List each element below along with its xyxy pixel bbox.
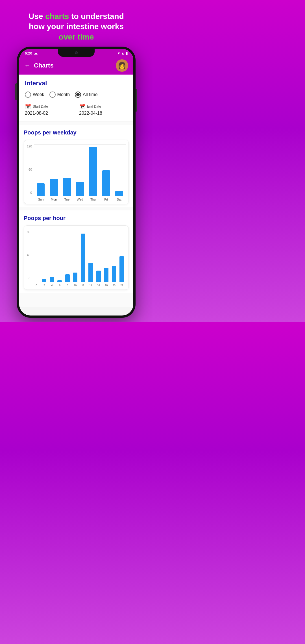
end-date-label: 📅 End Date bbox=[79, 103, 128, 110]
bar-col-hour-6 bbox=[57, 230, 62, 282]
x-label-mon: Mon bbox=[50, 198, 58, 201]
end-date-value[interactable]: 2022-04-18 bbox=[79, 111, 128, 117]
hour-y-label-0: 0 bbox=[29, 277, 30, 280]
content-area: Interval Week Month All time bbox=[19, 75, 133, 307]
bar-col-mon bbox=[50, 145, 58, 196]
start-date-picker[interactable]: 📅 Start Date 2021-08-02 bbox=[25, 103, 73, 117]
time-display: 6:20 bbox=[25, 51, 32, 55]
bar-thu bbox=[89, 147, 97, 196]
bar-col-hour-20 bbox=[112, 230, 116, 282]
x-label-sun: Sun bbox=[37, 198, 45, 201]
bar-col-sat bbox=[115, 145, 123, 196]
bar-col-fri bbox=[102, 145, 110, 196]
bar-col-hour-14 bbox=[88, 230, 93, 282]
battery-icon: ▮ bbox=[126, 51, 128, 55]
x-label-hour-6: 6 bbox=[57, 284, 62, 287]
bar-col-thu bbox=[89, 145, 97, 196]
status-bar-left: 6:20 ☁ bbox=[25, 51, 38, 55]
end-calendar-icon: 📅 bbox=[79, 103, 85, 110]
bar-col-hour-22 bbox=[119, 230, 124, 282]
alltime-radio-item[interactable]: All time bbox=[75, 92, 97, 98]
end-date-picker[interactable]: 📅 End Date 2022-04-18 bbox=[79, 103, 128, 117]
weekday-chart-container: 120 60 0 bbox=[24, 140, 129, 204]
x-label-sat: Sat bbox=[115, 198, 123, 201]
app-bar-left: ← Charts bbox=[24, 62, 54, 69]
bar-hour-6 bbox=[57, 280, 62, 282]
bar-fri bbox=[102, 170, 110, 196]
x-label-hour-2: 2 bbox=[42, 284, 46, 287]
hour-bars-area: 0246810121416182022 bbox=[32, 230, 126, 287]
weekday-bars-area: SunMonTueWedThuFriSat bbox=[34, 145, 126, 201]
front-camera bbox=[75, 51, 78, 54]
x-label-hour-4: 4 bbox=[50, 284, 54, 287]
start-date-label: 📅 Start Date bbox=[25, 103, 73, 110]
bar-col-tue bbox=[63, 145, 71, 196]
bar-col-hour-2 bbox=[42, 230, 46, 282]
y-label-0: 0 bbox=[30, 191, 32, 194]
bar-hour-8 bbox=[65, 274, 70, 282]
x-label-hour-14: 14 bbox=[88, 284, 93, 287]
bar-wed bbox=[76, 182, 84, 196]
status-bar-right: ▾ ▲ ▮ bbox=[118, 51, 128, 55]
hour-y-label-80: 80 bbox=[27, 230, 30, 234]
bar-hour-22 bbox=[119, 256, 124, 282]
bar-col-hour-18 bbox=[104, 230, 108, 282]
x-label-thu: Thu bbox=[89, 198, 97, 201]
bar-tue bbox=[63, 178, 71, 196]
app-bar-title: Charts bbox=[34, 62, 54, 69]
alltime-radio-circle[interactable] bbox=[75, 92, 81, 98]
bar-hour-2 bbox=[42, 279, 46, 282]
bar-hour-16 bbox=[96, 271, 101, 282]
x-label-hour-8: 8 bbox=[65, 284, 70, 287]
weekday-x-labels: SunMonTueWedThuFriSat bbox=[34, 196, 126, 201]
week-radio-item[interactable]: Week bbox=[25, 92, 44, 98]
interval-section: Interval Week Month All time bbox=[19, 75, 133, 121]
start-calendar-icon: 📅 bbox=[25, 103, 31, 110]
alltime-radio-label: All time bbox=[83, 92, 97, 97]
x-label-hour-12: 12 bbox=[81, 284, 85, 287]
x-label-hour-18: 18 bbox=[104, 284, 108, 287]
bar-hour-20 bbox=[112, 266, 116, 282]
hour-chart-container: 80 40 0 bbox=[24, 225, 129, 290]
start-date-value[interactable]: 2021-08-02 bbox=[25, 111, 73, 117]
bar-sat bbox=[115, 191, 123, 196]
bar-col-hour-12 bbox=[81, 230, 85, 282]
weekday-bar-chart: 120 60 0 bbox=[27, 145, 126, 201]
hero-section: Use charts to understandhow your intesti… bbox=[0, 0, 152, 48]
x-label-hour-0: 0 bbox=[34, 284, 39, 287]
weekday-y-labels: 120 60 0 bbox=[27, 145, 34, 201]
hero-text-overtime: over time bbox=[59, 32, 94, 41]
bar-mon bbox=[50, 179, 58, 196]
bar-hour-12 bbox=[81, 234, 85, 282]
bar-col-hour-8 bbox=[65, 230, 70, 282]
weekday-grid bbox=[34, 145, 126, 196]
week-radio-circle[interactable] bbox=[25, 92, 31, 98]
cloud-icon: ☁ bbox=[34, 51, 38, 55]
bar-hour-4 bbox=[50, 277, 54, 282]
month-radio-item[interactable]: Month bbox=[49, 92, 70, 98]
hour-x-labels: 0246810121416182022 bbox=[32, 282, 126, 287]
bar-col-sun bbox=[37, 145, 45, 196]
x-label-hour-10: 10 bbox=[73, 284, 77, 287]
bar-col-hour-16 bbox=[96, 230, 101, 282]
back-button[interactable]: ← bbox=[24, 62, 30, 69]
avatar[interactable]: 👩 bbox=[116, 59, 128, 72]
bar-hour-10 bbox=[73, 273, 77, 282]
month-radio-circle[interactable] bbox=[49, 92, 56, 98]
hour-bar-chart: 80 40 0 bbox=[27, 230, 126, 287]
avatar-emoji: 👩 bbox=[118, 62, 126, 69]
hour-y-labels: 80 40 0 bbox=[27, 230, 32, 287]
bar-sun bbox=[37, 183, 45, 196]
wifi-icon: ▾ bbox=[118, 51, 120, 55]
bar-col-hour-10 bbox=[73, 230, 77, 282]
x-label-wed: Wed bbox=[76, 198, 84, 201]
hero-text-use: Use bbox=[29, 12, 45, 21]
signal-icon: ▲ bbox=[121, 51, 125, 55]
hour-chart-title: Poops per hour bbox=[24, 215, 129, 221]
bar-hour-18 bbox=[104, 268, 108, 282]
bar-col-hour-0 bbox=[34, 230, 39, 282]
notch bbox=[58, 49, 95, 57]
x-label-hour-16: 16 bbox=[96, 284, 101, 287]
hour-grid bbox=[32, 230, 126, 282]
bar-hour-14 bbox=[88, 263, 93, 282]
